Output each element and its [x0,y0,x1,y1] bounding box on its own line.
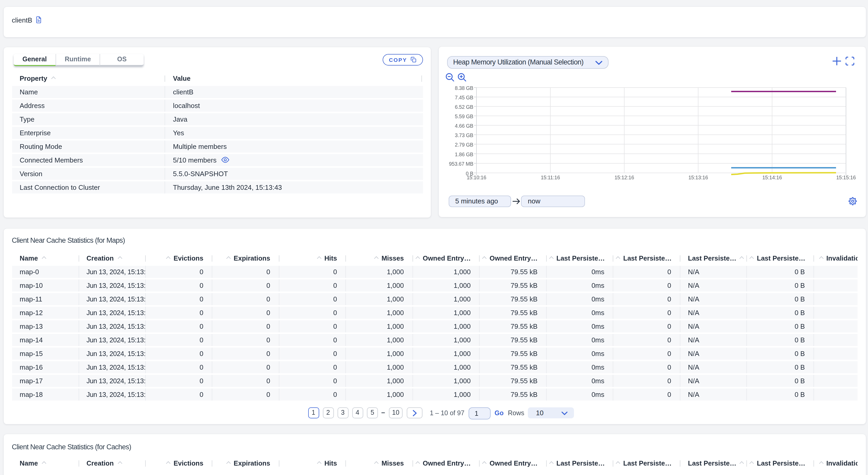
svg-text:15:14:16: 15:14:16 [763,175,782,180]
svg-text:6.52 GB: 6.52 GB [455,104,473,110]
svg-text:15:12:16: 15:12:16 [615,175,634,180]
svg-text:3.73 GB: 3.73 GB [455,132,473,138]
svg-text:5.59 GB: 5.59 GB [455,114,473,119]
svg-text:8.38 GB: 8.38 GB [455,85,473,91]
svg-text:1.86 GB: 1.86 GB [455,151,473,157]
svg-text:15:13:16: 15:13:16 [688,175,708,180]
svg-text:2.79 GB: 2.79 GB [455,142,473,148]
svg-text:15:15:16: 15:15:16 [836,175,856,180]
svg-text:953.67 MB: 953.67 MB [449,161,473,167]
svg-text:15:11:16: 15:11:16 [541,175,560,180]
svg-text:7.45 GB: 7.45 GB [455,95,473,100]
svg-text:15:10:16: 15:10:16 [467,175,487,180]
svg-text:4.66 GB: 4.66 GB [455,123,473,129]
